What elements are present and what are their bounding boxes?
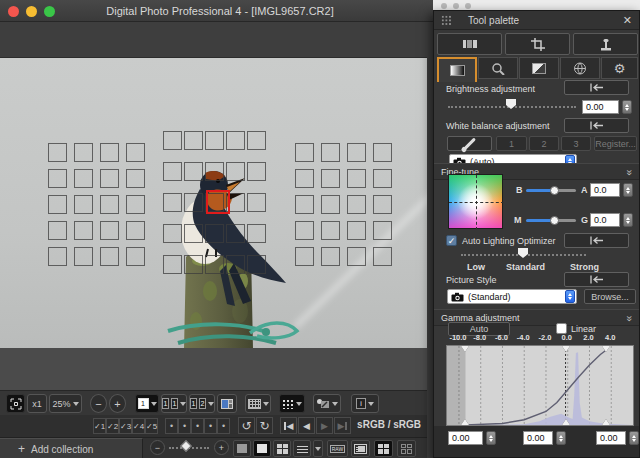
gamma-shadow-field[interactable]: 0.00 xyxy=(448,431,483,445)
drag-grip-icon[interactable] xyxy=(441,15,452,26)
image-canvas[interactable] xyxy=(0,57,427,348)
grid-view-button[interactable] xyxy=(374,440,393,457)
gamma-plot[interactable] xyxy=(446,345,634,426)
thumb-size-larger-button[interactable]: + xyxy=(214,440,229,455)
rating-star-1-button[interactable]: • xyxy=(165,418,178,434)
tool-palette-window: Tool palette ✕ ⚙ Brightness adjustment xyxy=(433,10,640,458)
brightness-stepper[interactable] xyxy=(622,100,632,114)
view-options-dropdown[interactable] xyxy=(313,440,323,457)
trimming-tool-button[interactable] xyxy=(505,33,570,55)
gamma-shadow-marker[interactable] xyxy=(461,346,469,352)
single-image-view-button[interactable]: 1 xyxy=(135,394,159,413)
close-icon[interactable]: ✕ xyxy=(623,11,632,30)
view-large-thumb-button[interactable] xyxy=(233,440,251,457)
close-window-button[interactable] xyxy=(8,6,19,17)
collapse-chevron-icon[interactable]: » xyxy=(623,169,635,174)
af-point xyxy=(347,247,366,266)
white-balance-reset-button[interactable] xyxy=(564,118,629,133)
view-list-button[interactable] xyxy=(293,440,311,457)
stamp-tool-button[interactable] xyxy=(573,33,638,55)
tab-lens-correction[interactable] xyxy=(560,57,600,79)
compare-vertical-button[interactable]: 1 2 xyxy=(189,394,215,413)
picture-style-reset-button[interactable] xyxy=(564,272,629,287)
ba-value-field[interactable]: 0.0 xyxy=(590,183,620,197)
minimize-window-button[interactable] xyxy=(26,6,37,17)
thumb-size-slider-thumb[interactable] xyxy=(180,440,191,451)
gamma-shadow-marker[interactable] xyxy=(461,419,469,425)
gamma-highlight-marker[interactable] xyxy=(602,346,610,352)
checkmark-5-button[interactable]: ✓5 xyxy=(145,418,158,434)
alo-reset-button[interactable] xyxy=(564,233,629,248)
gamma-highlight-stepper[interactable] xyxy=(629,431,639,445)
wb-register-button[interactable]: Register... xyxy=(594,136,637,151)
wb-preset-2-button[interactable]: 2 xyxy=(529,136,559,151)
zoom-in-button[interactable]: + xyxy=(109,394,126,413)
mg-slider-thumb[interactable] xyxy=(550,216,559,225)
gradation-tool-button[interactable] xyxy=(437,33,502,55)
brightness-value-field[interactable]: 0.00 xyxy=(582,100,619,114)
gamma-highlight-marker[interactable] xyxy=(602,419,610,425)
thumb-size-smaller-button[interactable]: − xyxy=(150,440,165,455)
alo-slider-thumb[interactable] xyxy=(518,248,528,258)
wb-preset-1-button[interactable]: 1 xyxy=(496,136,527,151)
picture-style-stepper[interactable] xyxy=(565,290,575,303)
tab-detail-adjustment[interactable] xyxy=(478,57,518,79)
tool-palette-titlebar[interactable]: Tool palette ✕ xyxy=(434,11,639,30)
view-small-thumb-button[interactable] xyxy=(273,440,291,457)
bg-minimize-button[interactable] xyxy=(453,3,459,9)
bg-zoom-button[interactable] xyxy=(465,3,471,9)
checkmark-2-button[interactable]: ✓2 xyxy=(106,418,119,434)
last-image-button[interactable]: ▶ xyxy=(334,417,351,434)
gamma-mid-stepper[interactable] xyxy=(556,431,566,445)
wb-preset-3-button[interactable]: 3 xyxy=(561,136,591,151)
rating-star-3-button[interactable]: • xyxy=(191,418,204,434)
gamma-mid-marker[interactable] xyxy=(562,419,570,425)
rotate-right-button[interactable]: ↻ xyxy=(256,417,273,434)
zoom-out-button[interactable]: − xyxy=(90,394,107,413)
collapse-chevron-icon[interactable]: » xyxy=(623,315,635,320)
gamma-shadow-stepper[interactable] xyxy=(486,431,496,445)
first-image-button[interactable]: ◀ xyxy=(280,417,297,434)
rotate-left-button[interactable]: ↺ xyxy=(238,417,255,434)
info-button[interactable]: i xyxy=(351,394,379,413)
multi-panel-preview-button[interactable] xyxy=(217,394,237,413)
zoom-1to1-button[interactable]: x1 xyxy=(27,394,47,413)
bg-close-button[interactable] xyxy=(441,3,447,9)
checkmark-4-button[interactable]: ✓4 xyxy=(132,418,145,434)
rating-star-2-button[interactable]: • xyxy=(178,418,191,434)
rating-star-4-button[interactable]: • xyxy=(204,418,217,434)
filmstrip-view-button[interactable] xyxy=(351,440,370,457)
checkmark-1-button[interactable]: ✓1 xyxy=(93,418,106,434)
view-medium-thumb-button[interactable] xyxy=(253,440,271,457)
tab-tone-adjustment[interactable] xyxy=(519,57,559,79)
ba-slider-thumb[interactable] xyxy=(550,186,559,195)
brightness-reset-button[interactable] xyxy=(564,80,629,95)
af-points-toggle-button[interactable] xyxy=(279,394,305,413)
quick-check-button[interactable] xyxy=(313,394,341,413)
previous-image-button[interactable]: ◀ xyxy=(298,417,315,434)
gamma-mid-marker[interactable] xyxy=(562,346,570,352)
checkmark-3-button[interactable]: ✓3 xyxy=(119,418,132,434)
tab-basic-adjustment[interactable] xyxy=(437,57,477,82)
picture-style-select[interactable]: (Standard) xyxy=(447,289,577,304)
mg-stepper[interactable] xyxy=(623,213,633,227)
raw-jpeg-filter-button[interactable]: RAW xyxy=(327,440,348,457)
zoom-window-button[interactable] xyxy=(44,6,55,17)
ba-stepper[interactable] xyxy=(623,183,633,197)
wb-fine-tune-grid[interactable] xyxy=(448,174,503,229)
compare-horizontal-button[interactable]: 1 1 xyxy=(161,394,187,413)
gamma-highlight-field[interactable]: 0.00 xyxy=(596,431,626,445)
picture-style-browse-button[interactable]: Browse... xyxy=(584,289,636,304)
next-image-button[interactable]: ▶ xyxy=(316,417,333,434)
add-collection-button[interactable]: + Add collection xyxy=(0,438,143,458)
thumbnail-grid-button[interactable] xyxy=(245,394,271,413)
fit-to-window-button[interactable] xyxy=(6,394,25,413)
alo-checkbox[interactable]: ✓ xyxy=(446,235,457,246)
gamma-mid-field[interactable]: 0.00 xyxy=(523,431,553,445)
rating-star-5-button[interactable]: • xyxy=(217,418,230,434)
tab-settings[interactable]: ⚙ xyxy=(601,57,638,79)
grid-outline-view-button[interactable] xyxy=(397,440,416,457)
mg-value-field[interactable]: 0.0 xyxy=(590,213,620,227)
wb-eyedropper-button[interactable] xyxy=(447,136,492,151)
zoom-level-select[interactable]: 25% xyxy=(49,394,82,413)
